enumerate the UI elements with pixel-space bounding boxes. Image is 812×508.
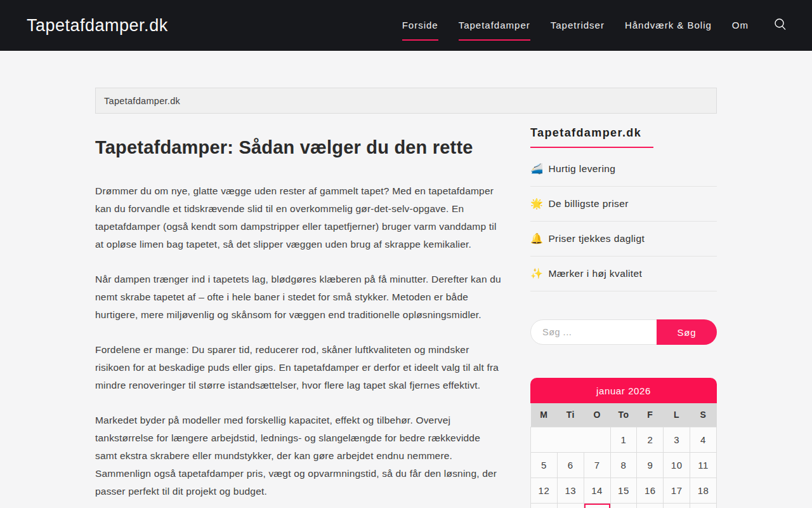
feature-label: Hurtig levering: [548, 163, 615, 175]
calendar-day-6: 6: [557, 452, 584, 478]
calendar-caption: januar 2026: [530, 378, 717, 403]
sparkles-icon: ✨: [530, 267, 543, 279]
calendar-week-row: 567891011: [531, 452, 717, 478]
nav-item-håndværk-bolig[interactable]: Håndværk & Bolig: [625, 20, 712, 41]
article-paragraph-2: Når dampen trænger ind i tapetets lag, b…: [95, 271, 501, 324]
calendar-day-22: 22: [610, 503, 637, 508]
calendar-day-10: 10: [664, 452, 690, 478]
calendar-weekday-ti: Ti: [557, 403, 584, 427]
calendar-day-25: 25: [690, 503, 717, 508]
search-submit-button[interactable]: Søg: [657, 319, 717, 345]
calendar-empty-cell: [531, 427, 611, 452]
calendar-day-5: 5: [531, 452, 558, 478]
star-icon: 🌟: [530, 197, 543, 210]
article-paragraph-4: Markedet byder på modeller med forskelli…: [95, 411, 501, 500]
calendar-day-20: 20: [557, 503, 584, 508]
calendar-week-row: 19202122232425: [531, 503, 717, 508]
nav-item-om[interactable]: Om: [732, 20, 749, 41]
calendar-day-11: 11: [690, 452, 717, 478]
calendar-widget: januar 2026 MTiOToFLS 123456789101112131…: [530, 378, 717, 508]
feature-item-mærker-i-høj-kvalitet: ✨Mærker i høj kvalitet: [530, 257, 717, 291]
calendar-day-15: 15: [610, 478, 637, 503]
calendar-weekday-f: F: [637, 403, 664, 427]
article-paragraph-3: Fordelene er mange: Du sparer tid, reduc…: [95, 341, 501, 394]
calendar-day-2: 2: [637, 427, 664, 452]
calendar-weekday-row: MTiOToFLS: [531, 403, 717, 427]
calendar-day-19: 19: [531, 503, 558, 508]
calendar-day-23: 23: [637, 503, 664, 508]
feature-label: De billigste priser: [548, 198, 628, 210]
nav-item-tapetafdamper[interactable]: Tapetafdamper: [459, 20, 530, 41]
calendar-table: MTiOToFLS 123456789101112131415161718192…: [530, 403, 717, 508]
nav-item-tapetridser[interactable]: Tapetridser: [551, 20, 605, 41]
calendar-day-21: 21: [584, 503, 610, 508]
feature-item-priser-tjekkes-dagligt: 🔔Priser tjekkes dagligt: [530, 222, 717, 257]
calendar-day-13: 13: [557, 478, 584, 503]
calendar-weekday-s: S: [690, 403, 717, 427]
calendar-weekday-to: To: [610, 403, 637, 427]
calendar-weekday-m: M: [531, 403, 558, 427]
feature-list: 🚄Hurtig levering🌟De billigste priser🔔Pri…: [530, 152, 717, 291]
calendar-day-17: 17: [664, 478, 690, 503]
site-logo[interactable]: Tapetafdamper.dk: [27, 16, 168, 36]
main-nav: ForsideTapetafdamperTapetridserHåndværk …: [402, 17, 788, 34]
calendar-day-16: 16: [637, 478, 664, 503]
site-header: Tapetafdamper.dk ForsideTapetafdamperTap…: [0, 0, 812, 51]
calendar-day-9: 9: [637, 452, 664, 478]
header-search-button[interactable]: [773, 17, 788, 34]
search-icon: [773, 17, 788, 34]
calendar-week-row: 12131415161718: [531, 478, 717, 503]
calendar-weekday-o: O: [584, 403, 610, 427]
article-paragraph-1: Drømmer du om nye, glatte vægge uden res…: [95, 182, 501, 253]
feature-label: Mærker i høj kvalitet: [548, 268, 642, 279]
train-icon: 🚄: [530, 163, 543, 175]
calendar-body: 1234567891011121314151617181920212223242…: [531, 427, 717, 508]
bell-icon: 🔔: [530, 232, 543, 244]
feature-label: Priser tjekkes dagligt: [548, 233, 645, 244]
calendar-weekday-l: L: [664, 403, 690, 427]
feature-item-hurtig-levering: 🚄Hurtig levering: [530, 152, 717, 187]
calendar-day-14: 14: [584, 478, 610, 503]
sidebar-title: Tapetafdamper.dk: [530, 126, 717, 148]
article: Tapetafdamper: Sådan vælger du den rette…: [95, 114, 501, 508]
calendar-week-row: 1234: [531, 427, 717, 452]
sidebar: Tapetafdamper.dk 🚄Hurtig levering🌟De bil…: [530, 114, 717, 508]
page-title: Tapetafdamper: Sådan vælger du den rette: [95, 135, 501, 159]
breadcrumb-text: Tapetafdamper.dk: [104, 96, 180, 106]
calendar-day-3: 3: [664, 427, 690, 452]
feature-item-de-billigste-priser: 🌟De billigste priser: [530, 187, 717, 222]
breadcrumb: Tapetafdamper.dk: [95, 88, 717, 114]
calendar-day-12: 12: [531, 478, 558, 503]
nav-item-forside[interactable]: Forside: [402, 20, 438, 41]
sidebar-search-form: Søg: [530, 319, 717, 345]
calendar-day-24: 24: [664, 503, 690, 508]
calendar-day-8: 8: [610, 452, 637, 478]
calendar-day-7: 7: [584, 452, 610, 478]
calendar-day-1: 1: [610, 427, 637, 452]
calendar-day-4: 4: [690, 427, 717, 452]
calendar-day-18: 18: [690, 478, 717, 503]
